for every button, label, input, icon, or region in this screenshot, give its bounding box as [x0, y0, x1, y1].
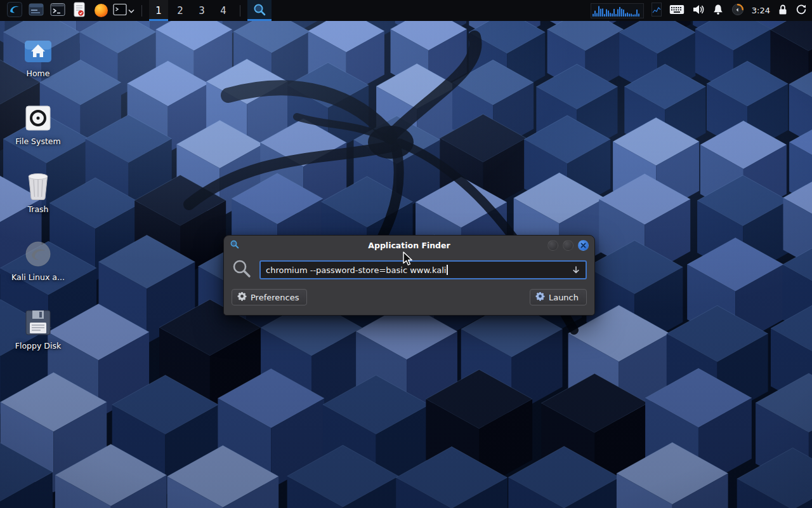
- volume-button[interactable]: [692, 2, 705, 20]
- close-button[interactable]: [578, 240, 589, 251]
- speaker-icon: [692, 4, 705, 17]
- firefox-icon: [95, 4, 108, 17]
- logout-button[interactable]: [796, 2, 807, 20]
- audio-spectrum-widget[interactable]: [591, 3, 644, 18]
- system-monitor-widget[interactable]: [652, 2, 662, 20]
- dark-window-icon: [29, 3, 44, 18]
- desktop-icon-label: Floppy Disk: [8, 341, 69, 351]
- desktop-icon-label: Home: [8, 69, 69, 78]
- file-manager-launcher[interactable]: [27, 1, 46, 20]
- taskbar-application-finder-button[interactable]: [247, 0, 272, 21]
- padlock-icon: [778, 4, 788, 17]
- command-input-value: chromium --password-store=basic www.kali: [266, 265, 446, 275]
- workspace-1[interactable]: 1: [149, 0, 168, 21]
- floppy-disk-icon: [23, 307, 53, 338]
- desktop-icon-label: File System: [8, 137, 69, 146]
- desktop-icon-file-system[interactable]: File System: [8, 103, 69, 146]
- kali-dragon-icon: [7, 2, 22, 19]
- terminal-dropdown-launcher[interactable]: [113, 1, 134, 20]
- close-icon: [580, 241, 586, 250]
- desktop-icon-trash[interactable]: Trash: [8, 171, 69, 214]
- spectrum-bars-icon: [593, 4, 642, 17]
- lock-screen-button[interactable]: [778, 2, 788, 20]
- window-buttons: [547, 240, 589, 251]
- text-caret: [447, 265, 448, 275]
- text-editor-launcher[interactable]: [70, 1, 89, 20]
- desktop-icon-floppy-disk[interactable]: Floppy Disk: [8, 307, 69, 351]
- logout-arrow-icon: [796, 4, 807, 17]
- firefox-launcher[interactable]: [91, 1, 110, 20]
- command-input[interactable]: chromium --password-store=basic www.kali: [259, 260, 587, 279]
- top-panel: 1 2 3 4: [0, 0, 812, 21]
- workspace-3[interactable]: 3: [192, 0, 211, 21]
- bell-icon: [712, 4, 724, 17]
- orange-ring-icon: [731, 3, 744, 18]
- gear-icon: [237, 291, 247, 303]
- dropdown-arrow-icon[interactable]: [566, 265, 580, 274]
- panel-right-cluster: 3:24: [591, 0, 807, 21]
- graph-icon: [652, 3, 662, 18]
- maximize-button[interactable]: [563, 240, 573, 251]
- drive-icon: [23, 103, 53, 133]
- workspace-label: 3: [199, 5, 205, 17]
- desktop-icon-label: Kali Linux a...: [8, 272, 69, 282]
- application-finder-window: Application Finder chromium --password-s…: [223, 235, 595, 316]
- notifications-button[interactable]: [712, 2, 724, 20]
- magnifier-icon: [252, 3, 266, 18]
- clock[interactable]: 3:24: [752, 6, 770, 15]
- panel-separator: [240, 5, 240, 17]
- home-folder-icon: [23, 35, 53, 65]
- workspace-label: 4: [220, 5, 226, 17]
- terminal-window-icon: [50, 3, 65, 18]
- workspace-label: 1: [155, 5, 162, 17]
- workspace-2[interactable]: 2: [171, 0, 190, 21]
- keyboard-layout-indicator[interactable]: [669, 2, 684, 20]
- minimize-button[interactable]: [547, 240, 558, 251]
- search-icon: [232, 258, 252, 281]
- workspace-label: 2: [177, 5, 183, 17]
- keyboard-icon: [669, 4, 684, 17]
- tray-status-button[interactable]: [731, 2, 744, 20]
- panel-left-cluster: 1 2 3 4: [5, 0, 272, 21]
- application-finder-window-icon: [230, 239, 239, 251]
- titlebar[interactable]: Application Finder: [224, 236, 594, 255]
- kali-disc-icon: [23, 239, 53, 269]
- desktop-icon-kali-linux[interactable]: Kali Linux a...: [8, 239, 69, 282]
- desktop-icon-home[interactable]: Home: [8, 35, 69, 78]
- launch-button[interactable]: Launch: [530, 289, 587, 305]
- terminal-prompt-icon: [113, 3, 127, 18]
- applications-menu-button[interactable]: [5, 1, 24, 20]
- chevron-down-icon: [128, 6, 134, 15]
- terminal-emulator-launcher[interactable]: [48, 1, 67, 20]
- desktop-icon-label: Trash: [8, 204, 69, 214]
- document-red-badge-icon: [73, 2, 86, 19]
- launch-gear-icon: [535, 291, 545, 303]
- workspace-4[interactable]: 4: [214, 0, 233, 21]
- launch-button-label: Launch: [549, 293, 579, 302]
- preferences-button[interactable]: Preferences: [232, 289, 307, 305]
- preferences-button-label: Preferences: [251, 293, 299, 302]
- panel-separator: [141, 5, 142, 17]
- trash-can-icon: [23, 171, 53, 201]
- window-title: Application Finder: [224, 241, 594, 250]
- finder-body: chromium --password-store=basic www.kali: [224, 255, 594, 313]
